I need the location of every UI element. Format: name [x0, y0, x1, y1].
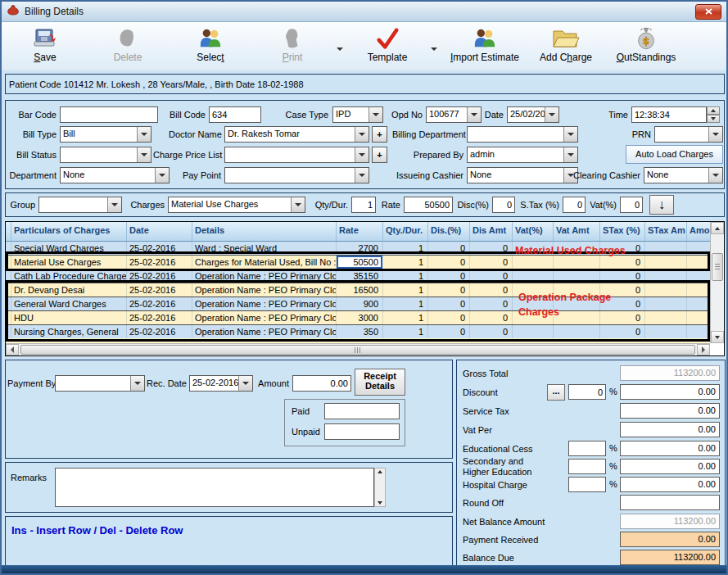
pay-point-select[interactable] [224, 167, 369, 183]
charge-price-list-select[interactable] [224, 147, 369, 163]
receipt-details-button[interactable]: Receipt Details [355, 369, 405, 396]
discount-percent-input[interactable] [568, 384, 606, 400]
paid-input[interactable] [324, 403, 400, 419]
group-select[interactable] [38, 197, 122, 213]
chevron-down-icon[interactable] [355, 127, 369, 142]
horizontal-scroll-thumb[interactable] [20, 345, 695, 355]
chevron-down-icon[interactable] [708, 168, 722, 183]
column-header[interactable]: Particulars of Charges [11, 222, 127, 241]
unpaid-input[interactable] [324, 423, 400, 440]
chevron-down-icon[interactable] [563, 147, 577, 162]
amount-input[interactable] [292, 375, 351, 392]
template-dropdown-arrow[interactable] [428, 43, 440, 55]
time-input[interactable] [631, 106, 707, 123]
rate-input[interactable] [404, 197, 453, 213]
chevron-down-icon[interactable] [563, 127, 577, 142]
column-header[interactable]: Details [192, 222, 337, 241]
scroll-down-arrow[interactable] [711, 331, 724, 343]
remarks-scrollbar[interactable] [374, 468, 386, 507]
chevron-down-icon[interactable] [137, 147, 151, 162]
scroll-right-arrow[interactable] [697, 344, 710, 355]
chevron-down-icon[interactable] [355, 168, 369, 183]
column-header[interactable]: Vat Amt [554, 222, 600, 241]
department-select[interactable]: None [60, 167, 170, 183]
table-row[interactable]: HDU25-02-2016Operation Name : PEO Primar… [6, 311, 710, 325]
remarks-textarea[interactable] [55, 468, 374, 507]
column-header[interactable]: Dis Amt [470, 222, 513, 241]
chevron-down-icon[interactable] [137, 127, 151, 142]
add-price-list-button[interactable]: + [372, 147, 387, 163]
vat-pct-input[interactable] [620, 197, 643, 213]
time-spinner[interactable] [707, 106, 720, 123]
educational-cess-percent-input[interactable] [568, 441, 606, 456]
educational-cess-value[interactable]: 0.00 [620, 441, 720, 456]
selected-cell[interactable]: 50500 [337, 256, 383, 269]
scroll-left-arrow[interactable] [6, 344, 19, 355]
save-button[interactable]: Save [18, 25, 72, 63]
clearing-cashier-select[interactable]: None [644, 167, 723, 183]
import-estimate-button[interactable]: Import Estimate [445, 25, 524, 63]
table-horizontal-scrollbar[interactable] [6, 343, 710, 355]
qty-dur-input[interactable] [351, 197, 376, 213]
table-row[interactable]: Dr. Devang Desai25-02-2016Operation Name… [6, 283, 710, 297]
select-button[interactable]: Select [183, 25, 237, 63]
billing-department-select[interactable] [467, 126, 578, 143]
column-header[interactable]: Vat(%) [513, 222, 554, 241]
scroll-up-arrow[interactable] [711, 222, 724, 234]
scroll-down-arrow[interactable] [378, 501, 382, 505]
scroll-up-arrow[interactable] [378, 470, 382, 473]
add-doctor-button[interactable]: + [372, 126, 387, 143]
table-row[interactable]: Special Ward Charges25-02-2016Ward : Spe… [6, 242, 710, 256]
vat-per-value[interactable]: 0.00 [620, 422, 720, 437]
discount-browse-button[interactable]: ... [547, 384, 565, 401]
chevron-down-icon[interactable] [107, 197, 121, 212]
chevron-down-icon[interactable] [155, 168, 169, 183]
service-tax-value[interactable]: 0.00 [620, 403, 720, 419]
round-off-value[interactable] [620, 495, 720, 510]
hospital-charge-value[interactable]: 0.00 [620, 477, 720, 492]
hospital-charge-percent-input[interactable] [568, 477, 606, 492]
bill-code-input[interactable] [209, 106, 261, 123]
outstandings-button[interactable]: $ OutStandings [608, 25, 685, 63]
chevron-down-icon[interactable] [369, 107, 382, 122]
stax-pct-input[interactable] [563, 197, 586, 213]
template-button[interactable]: Template [357, 25, 418, 63]
table-row[interactable]: Cath Lab Procedure Charges25-02-2016Oper… [6, 269, 710, 283]
column-header[interactable]: Rate [337, 222, 383, 241]
column-header[interactable]: Date [127, 222, 192, 241]
auto-load-charges-button[interactable]: Auto Load Charges [626, 145, 723, 164]
chevron-down-icon[interactable] [291, 197, 305, 212]
column-header[interactable]: Amou [687, 222, 710, 241]
table-vertical-scrollbar[interactable] [710, 222, 724, 343]
chevron-down-icon[interactable] [355, 147, 369, 162]
charges-select[interactable]: Material Use Charges [168, 197, 305, 213]
table-row-selected[interactable]: Material Use Charges25-02-2016Charges fo… [6, 256, 710, 269]
discount-value[interactable]: 0.00 [620, 384, 720, 400]
chevron-down-icon[interactable] [238, 376, 252, 391]
column-header[interactable]: STax Am [645, 222, 687, 241]
bill-type-select[interactable]: Bill [60, 126, 151, 143]
chevron-down-icon[interactable] [708, 127, 722, 142]
add-charge-button[interactable]: Add Charge [534, 25, 598, 63]
secondary-education-value[interactable]: 0.00 [620, 459, 720, 474]
bill-status-select[interactable] [60, 147, 151, 163]
table-row[interactable]: Nursing Charges, General25-02-2016Operat… [6, 325, 710, 339]
table-row[interactable]: General Ward Charges25-02-2016Operation … [6, 297, 710, 311]
date-select[interactable]: 25/02/2016 [507, 106, 559, 123]
bar-code-input[interactable] [60, 106, 158, 123]
print-dropdown-arrow[interactable] [334, 43, 346, 55]
column-header[interactable]: STax (%) [600, 222, 645, 241]
vertical-scroll-thumb[interactable] [712, 253, 723, 281]
rec-date-select[interactable]: 25-02-2016 [189, 375, 253, 392]
secondary-education-percent-input[interactable] [568, 459, 606, 474]
doctor-name-select[interactable]: Dr. Rakesh Tomar [224, 126, 369, 143]
prepared-by-select[interactable]: admin [467, 147, 578, 163]
prn-select[interactable] [654, 126, 723, 143]
add-charge-row-button[interactable]: ↓ [649, 195, 674, 215]
chevron-down-icon[interactable] [545, 107, 558, 122]
disc-pct-input[interactable] [492, 197, 515, 213]
case-type-select[interactable]: IPD [332, 106, 383, 123]
chevron-down-icon[interactable] [130, 376, 144, 391]
column-header[interactable]: Qty./Dur. [383, 222, 428, 241]
close-button[interactable] [695, 4, 721, 20]
